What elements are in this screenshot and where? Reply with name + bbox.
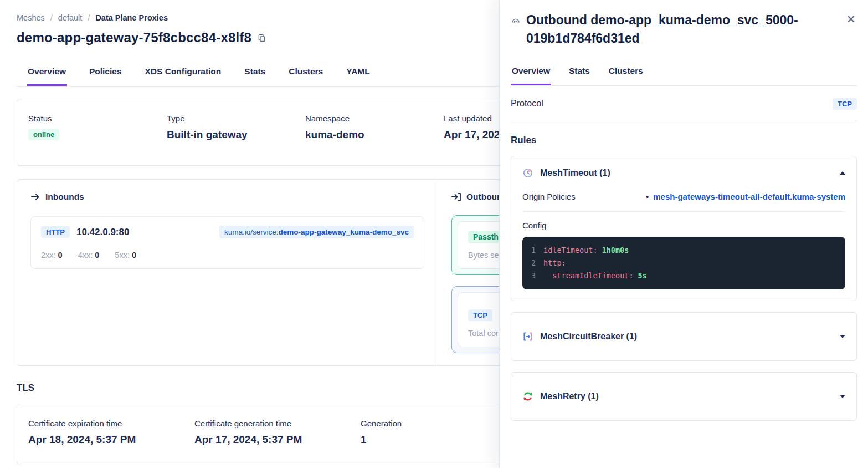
code-line: 3 streamIdleTimeout: 5s	[522, 269, 845, 282]
rule-name-mesh-retry: MeshRetry (1)	[540, 391, 599, 401]
outbound-detail-drawer: Outbound demo-app_kuma-demo_svc_5000-019…	[499, 0, 868, 468]
namespace-label: Namespace	[305, 114, 444, 123]
page-title: demo-app-gateway-75f8cbcc84-x8lf8	[17, 30, 251, 45]
service-tag-key: kuma.io/service:	[224, 228, 279, 236]
tab-xds-configuration[interactable]: XDS Configuration	[144, 62, 223, 86]
cert-generation-time-value: Apr 17, 2024, 5:37 PM	[194, 434, 361, 446]
close-icon[interactable]: ✕	[845, 11, 857, 27]
connection-icon	[511, 16, 521, 26]
inbounds-section: Inbounds HTTP 10.42.0.9:80 kuma.io/servi…	[17, 180, 438, 365]
copy-icon	[257, 33, 266, 43]
cert-expiration-value: Apr 18, 2024, 5:37 PM	[28, 434, 194, 446]
rule-name-mesh-timeout: MeshTimeout (1)	[540, 168, 610, 178]
rule-name-mesh-circuit-breaker: MeshCircuitBreaker (1)	[540, 332, 637, 342]
arrow-into-bracket-icon	[451, 192, 461, 201]
breadcrumb-separator: /	[88, 13, 90, 22]
arrow-right-icon	[30, 192, 40, 201]
rule-card-mesh-retry[interactable]: MeshRetry (1)	[511, 372, 857, 421]
inbound-protocol-badge: HTTP	[41, 226, 70, 238]
drawer-tab-stats[interactable]: Stats	[568, 62, 591, 85]
bullet: •	[646, 192, 649, 201]
stat-4xx: 4xx:0	[78, 251, 100, 260]
drawer-title: Outbound demo-app_kuma-demo_svc_5000-019…	[526, 11, 839, 48]
tab-stats[interactable]: Stats	[243, 62, 266, 86]
protocol-row: Protocol TCP	[511, 86, 857, 121]
circuit-breaker-icon	[522, 331, 533, 342]
origin-policy-link[interactable]: mesh-gateways-timeout-all-default.kuma-s…	[653, 192, 845, 201]
tab-policies[interactable]: Policies	[88, 62, 123, 86]
breadcrumb-data-plane-proxies[interactable]: Data Plane Proxies	[95, 13, 168, 22]
copy-button[interactable]	[257, 33, 266, 43]
inbound-address: 10.42.0.9:80	[76, 227, 129, 238]
drawer-tab-overview[interactable]: Overview	[511, 62, 551, 85]
collapse-caret-icon[interactable]	[840, 171, 845, 175]
cert-expiration-label: Certificate expiration time	[28, 419, 194, 428]
code-line: 1 idleTimeout: 1h0m0s	[522, 244, 845, 257]
protocol-badge: TCP	[833, 98, 857, 110]
expand-caret-icon[interactable]	[840, 395, 845, 398]
clock-icon	[522, 167, 533, 179]
tab-yaml[interactable]: YAML	[345, 62, 371, 86]
origin-policies-label: Origin Policies	[522, 192, 576, 201]
service-tag-chip[interactable]: kuma.io/service:demo-app-gateway_kuma-de…	[219, 226, 414, 238]
origin-policies-row: Origin Policies • mesh-gateways-timeout-…	[522, 192, 845, 212]
retry-arrows-icon	[522, 391, 533, 402]
breadcrumb-separator: /	[50, 13, 53, 22]
type-label: Type	[167, 114, 305, 123]
stat-5xx: 5xx:0	[115, 251, 136, 260]
rule-card-mesh-circuit-breaker[interactable]: MeshCircuitBreaker (1)	[511, 312, 857, 361]
expand-caret-icon[interactable]	[840, 335, 845, 338]
cert-generation-time-label: Certificate generation time	[194, 419, 361, 428]
breadcrumb-meshes[interactable]: Meshes	[17, 13, 45, 22]
protocol-label: Protocol	[511, 99, 543, 109]
config-label: Config	[522, 221, 845, 230]
inbounds-heading: Inbounds	[45, 192, 84, 202]
breadcrumb-default[interactable]: default	[58, 13, 83, 22]
tab-overview[interactable]: Overview	[27, 62, 67, 86]
status-label: Status	[28, 114, 167, 123]
code-line: 2 http:	[522, 257, 845, 269]
namespace-value: kuma-demo	[305, 129, 444, 141]
type-value: Built-in gateway	[167, 129, 305, 141]
status-badge: online	[28, 129, 59, 140]
tab-clusters[interactable]: Clusters	[287, 62, 324, 86]
rules-heading: Rules	[511, 135, 857, 146]
stat-2xx: 2xx:0	[41, 251, 63, 260]
config-code-block[interactable]: 1 idleTimeout: 1h0m0s 2 http: 3 streamId…	[522, 237, 845, 289]
inbound-item[interactable]: HTTP 10.42.0.9:80 kuma.io/service:demo-a…	[30, 216, 424, 269]
inbound-traffic-stats: 2xx:0 4xx:0 5xx:0	[41, 251, 414, 260]
service-tag-value: demo-app-gateway_kuma-demo_svc	[278, 228, 409, 236]
rule-card-mesh-timeout: MeshTimeout (1) Origin Policies • mesh-g…	[511, 156, 857, 301]
outbound-protocol-badge: TCP	[468, 309, 492, 321]
drawer-tab-clusters[interactable]: Clusters	[608, 62, 644, 85]
drawer-tab-bar: Overview Stats Clusters	[511, 62, 857, 86]
